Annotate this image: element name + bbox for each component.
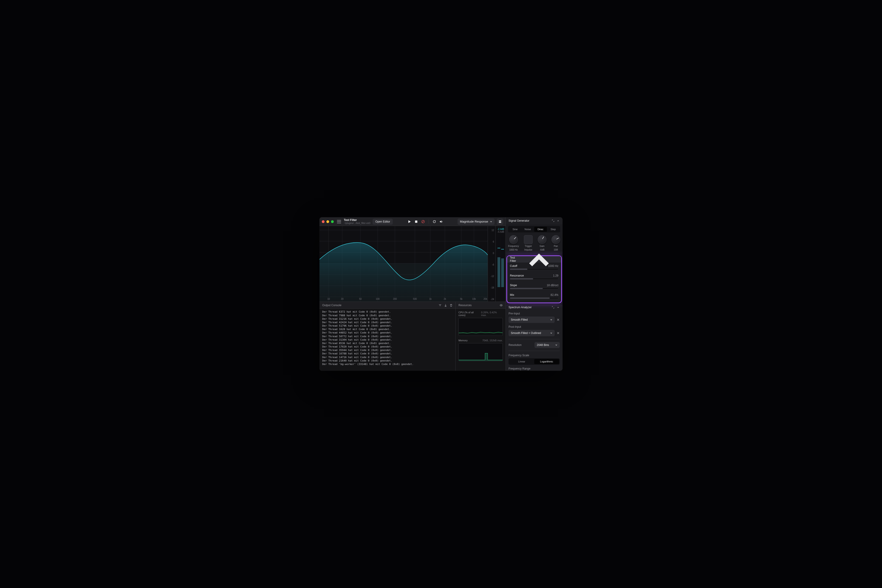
layout-toggle-button[interactable] (497, 218, 503, 225)
scroll-lock-icon[interactable] (444, 304, 447, 307)
freq-scale-label: Frequency Scale (508, 354, 560, 357)
expand-icon[interactable] (552, 306, 555, 309)
zoom-dot[interactable] (331, 220, 334, 223)
param-slider[interactable] (510, 268, 558, 270)
scale-linear[interactable]: Linear (509, 359, 534, 364)
log-line: Der Thread 1628 hat mit Code 0 (0x0) gee… (322, 327, 453, 331)
reload-icon[interactable] (432, 220, 436, 224)
x-axis: 1020501002005001k2k5k10k20k (320, 297, 488, 300)
resources-panel: Resources CPU (% of all cores)0.26%, 0.4… (456, 302, 506, 371)
x-tick: 10k (472, 298, 476, 300)
log-line: Der Thread 17020 hat mit Code 0 (0x0) ge… (322, 345, 453, 348)
resources-title: Resources (459, 304, 471, 307)
chevron-up-icon[interactable] (556, 306, 560, 309)
close-dot[interactable] (322, 220, 324, 223)
magnitude-response-plot[interactable]: 1020501002005001k2k5k10k20k (320, 226, 488, 302)
svg-line-2 (422, 221, 424, 223)
freq-range-label: Frequency Range (508, 367, 560, 370)
y-tick: -6 (492, 264, 494, 266)
pre-input-label: Pre-Input (508, 312, 560, 315)
freq-scale-segmented[interactable]: LinearLogarithmic (508, 358, 560, 365)
sg-title: Signal Generator (508, 219, 530, 222)
post-input-label: Post-Input (508, 325, 560, 328)
log-output[interactable]: Der Thread 6372 hat mit Code 0 (0x0) gee… (320, 309, 456, 371)
view-mode-label: Magnitude Response (460, 220, 488, 223)
tf-title: Test Filter (510, 256, 519, 262)
chevron-down-icon (550, 319, 552, 321)
sg-mode-noise[interactable]: Noise (521, 227, 534, 232)
param-cutoff: Cutoff1000 Hz (507, 262, 561, 272)
sg-mode-sine[interactable]: Sine (509, 227, 521, 232)
view-mode-select[interactable]: Magnitude Response (458, 218, 495, 225)
open-editor-button[interactable]: Open Editor (372, 219, 393, 225)
sg-mode-dirac[interactable]: Dirac (534, 227, 547, 232)
transport-controls (408, 219, 443, 224)
resolution-label: Resolution (508, 344, 522, 346)
play-icon[interactable] (408, 220, 411, 224)
x-tick: 20 (341, 298, 344, 300)
memory-chart (459, 343, 503, 361)
pre-input-select[interactable]: Smooth Filled (508, 316, 555, 323)
param-slider[interactable] (510, 297, 558, 299)
cpu-label: CPU (% of all cores) (459, 311, 481, 316)
chevron-up-icon[interactable] (556, 219, 560, 222)
log-line: Der Thread 16788 hat mit Code 0 (0x0) ge… (322, 352, 453, 356)
log-line: Der Thread 8536 hat mit Code 0 (0x0) gee… (322, 342, 453, 345)
scale-logarithmic[interactable]: Logarithmic (534, 359, 559, 364)
param-value: 1000 Hz (548, 264, 558, 268)
svg-rect-3 (499, 220, 501, 221)
x-tick: 10 (327, 298, 330, 300)
output-console-panel: Output Console Der Thread 6372 hat mit C… (320, 302, 456, 371)
param-value: 18 dB/oct (547, 284, 558, 287)
log-line: Der Thread 31304 hat mit Code 0 (0x0) ge… (322, 338, 453, 342)
app-window: Test Filter ~/plugins/.../test_filter.vs… (320, 217, 562, 371)
sg-mode-step[interactable]: Step (547, 227, 560, 232)
param-slider[interactable] (510, 278, 558, 279)
log-line: Der Thread 21640 hat mit Code 0 (0x0) ge… (322, 359, 453, 363)
y-tick: 6 (493, 240, 494, 243)
close-icon[interactable] (556, 318, 560, 321)
param-value: 82.4% (550, 293, 558, 297)
resolution-select[interactable]: 2048 Bins (534, 342, 560, 348)
cpu-chart (459, 318, 503, 336)
bypass-icon[interactable] (421, 220, 425, 224)
trash-icon[interactable] (450, 304, 453, 307)
post-input-select[interactable]: Smooth Filled + Outlined (508, 330, 555, 336)
log-line: Der Thread 14716 hat mit Code 0 (0x0) ge… (322, 356, 453, 359)
log-line: Der Thread 44852 hat mit Code 0 (0x0) ge… (322, 331, 453, 334)
param-resonance: Resonance1.29 (507, 272, 561, 282)
param-name: Mix (510, 293, 514, 297)
window-controls (322, 220, 334, 223)
x-tick: 200 (393, 298, 397, 300)
memory-label: Memory (459, 339, 468, 342)
y-tick: -12 (491, 275, 494, 278)
speaker-icon[interactable] (440, 220, 443, 224)
minimize-dot[interactable] (326, 220, 329, 223)
menu-icon[interactable] (337, 220, 341, 223)
main-column: Test Filter ~/plugins/.../test_filter.vs… (320, 217, 506, 371)
sg-mode-segmented[interactable]: SineNoiseDiracStep (508, 226, 560, 232)
y-axis: 1260-6-12-18-24 (488, 226, 495, 302)
stop-icon[interactable] (414, 220, 418, 224)
close-icon[interactable] (556, 332, 560, 334)
eye-icon[interactable] (500, 304, 503, 307)
x-tick: 50 (359, 298, 362, 300)
log-line: Der Thread 35944 hat mit Code 0 (0x0) ge… (322, 348, 453, 352)
chevron-down-icon (550, 332, 552, 334)
log-line: Der Thread 'bg-worker' (33148) hat mit C… (322, 363, 453, 366)
y-tick: -18 (491, 286, 494, 289)
expand-icon[interactable] (552, 219, 555, 222)
plugin-name: Test Filter (344, 219, 370, 222)
frequency-knob[interactable]: Frequency 1000 Hz (508, 235, 519, 251)
memory-section: Memory70kB, 152kB max. (459, 339, 503, 361)
cpu-value: 0.26%, 0.42% max. (481, 311, 503, 316)
cpu-section: CPU (% of all cores)0.26%, 0.42% max. (459, 311, 503, 336)
x-tick: 5k (460, 298, 463, 300)
lower-panels: Output Console Der Thread 6372 hat mit C… (320, 302, 506, 371)
param-mix: Mix82.4% (507, 291, 561, 301)
test-filter-panel: Test Filter Cutoff1000 HzResonance1.29Sl… (507, 256, 561, 303)
filter-icon[interactable] (438, 304, 442, 307)
param-slider[interactable] (510, 288, 558, 289)
x-tick: 1k (429, 298, 432, 300)
log-line: Der Thread 7988 hat mit Code 0 (0x0) gee… (322, 314, 453, 317)
